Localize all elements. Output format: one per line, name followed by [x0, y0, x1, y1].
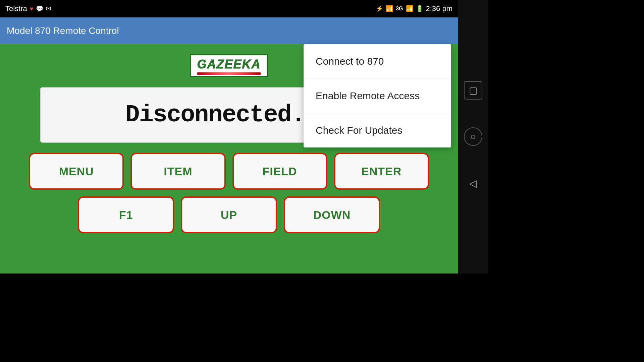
signal-bars-icon: 📶	[406, 5, 413, 12]
control-buttons-row2: F1 UP DOWN	[78, 196, 380, 233]
nav-square-button[interactable]: ▢	[464, 81, 482, 100]
phone-screen: Telstra ♥ 💬 ✉ ⚡ 📶 3G 📶 🔋 2:36 pm Model 8…	[0, 0, 458, 274]
logo-container: GAZEEKA	[190, 54, 268, 77]
control-buttons-row1: MENU ITEM FIELD ENTER	[29, 153, 429, 190]
logo-text: GAZEEKA	[197, 57, 261, 71]
signal-text: 3G	[396, 6, 403, 12]
nav-circle-button[interactable]: ○	[464, 127, 482, 146]
item-button[interactable]: ITEM	[130, 153, 225, 190]
connection-status: Disconnected...	[125, 101, 332, 129]
email-icon: ✉	[46, 5, 51, 12]
app-title: Model 870 Remote Control	[7, 25, 119, 36]
nav-back-button[interactable]: ◁	[464, 174, 482, 192]
chat-icon: 💬	[36, 5, 43, 12]
app-bar: Model 870 Remote Control	[0, 17, 458, 44]
menu-item-connect[interactable]: Connect to 870	[304, 44, 451, 79]
logo-box: GAZEEKA	[190, 54, 268, 77]
up-button[interactable]: UP	[181, 196, 277, 233]
logo-underline	[197, 72, 261, 75]
bluetooth-icon: ⚡	[376, 5, 383, 12]
f1-button[interactable]: F1	[78, 196, 174, 233]
nav-bar: ▢ ○ ◁	[458, 0, 488, 274]
battery-icon: 🔋	[416, 5, 423, 12]
status-bar-right: ⚡ 📶 3G 📶 🔋 2:36 pm	[376, 4, 452, 13]
time-display: 2:36 pm	[426, 4, 453, 13]
heart-icon: ♥	[30, 5, 34, 12]
dropdown-menu: Connect to 870 Enable Remote Access Chec…	[304, 44, 451, 147]
enter-button[interactable]: ENTER	[334, 153, 429, 190]
field-button[interactable]: FIELD	[232, 153, 327, 190]
status-bar-left: Telstra ♥ 💬 ✉	[5, 4, 51, 13]
status-bar: Telstra ♥ 💬 ✉ ⚡ 📶 3G 📶 🔋 2:36 pm	[0, 0, 458, 17]
menu-item-check-updates[interactable]: Check For Updates	[304, 113, 451, 147]
down-button[interactable]: DOWN	[284, 196, 380, 233]
menu-item-enable-remote[interactable]: Enable Remote Access	[304, 79, 451, 113]
carrier-text: Telstra	[5, 4, 27, 13]
wifi-icon: 📶	[386, 5, 393, 12]
menu-button[interactable]: MENU	[29, 153, 124, 190]
